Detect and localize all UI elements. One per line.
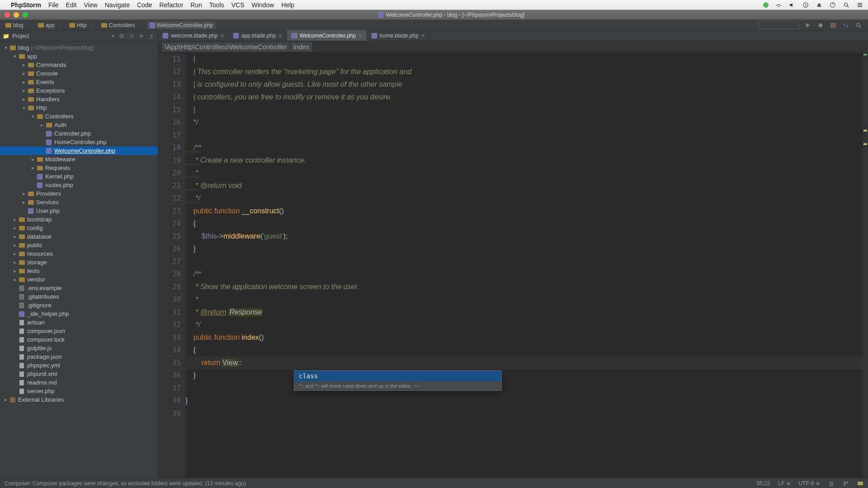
code-line[interactable]: * (185, 167, 868, 179)
tree-node[interactable]: ►tests (0, 267, 158, 275)
editor-viewport[interactable]: 1112131415161718192021222324252627282930… (158, 53, 868, 478)
tree-arrow-icon[interactable]: ► (22, 200, 26, 205)
tree-node[interactable]: WelcomeController.php (0, 146, 158, 155)
code-line[interactable]: public function __construct() (185, 205, 868, 217)
line-number[interactable]: 20 (158, 167, 185, 179)
tree-arrow-icon[interactable]: ► (13, 252, 17, 256)
error-stripe[interactable] (863, 53, 868, 478)
tree-node[interactable]: ►resources (0, 249, 158, 258)
line-gutter[interactable]: 1112131415161718192021222324252627282930… (158, 53, 185, 478)
power-icon[interactable] (829, 1, 836, 9)
tree-node[interactable]: ►Middleware (0, 155, 158, 164)
code-line[interactable] (185, 129, 868, 141)
tree-arrow-icon[interactable]: ► (22, 97, 26, 102)
tree-node[interactable]: ►storage (0, 258, 158, 267)
tree-arrow-icon[interactable]: ▼ (4, 46, 8, 50)
tree-node[interactable]: ▼blog(~/PhpstormProjects/blog) (0, 43, 158, 52)
caret-position[interactable]: 35:22 (756, 480, 770, 487)
file-encoding[interactable]: UTF-8 ≑ (799, 480, 820, 487)
tree-node[interactable]: ▼Http (0, 103, 158, 112)
tree-node[interactable]: ►Handlers (0, 95, 158, 103)
tree-arrow-icon[interactable]: ► (13, 235, 17, 239)
menu-item-edit[interactable]: Edit (66, 1, 76, 9)
tree-arrow-icon[interactable]: ► (13, 217, 17, 222)
volume-icon[interactable] (788, 1, 796, 9)
menu-item-code[interactable]: Code (137, 1, 152, 9)
debug-button[interactable] (816, 21, 825, 29)
code-line[interactable]: * Create a new controller instance. (185, 154, 868, 167)
tree-node[interactable]: .gitattributes (0, 292, 158, 301)
code-line[interactable]: | (185, 103, 868, 116)
memory-indicator-icon[interactable] (857, 480, 863, 487)
menu-item-run[interactable]: Run (190, 1, 202, 9)
autocomplete-item[interactable]: class (294, 371, 501, 381)
line-number[interactable]: 26 (158, 243, 185, 255)
autocomplete-more-link[interactable]: >> (414, 383, 420, 389)
menu-item-view[interactable]: View (84, 1, 98, 9)
menu-item-file[interactable]: File (48, 1, 59, 9)
code-line[interactable] (185, 407, 868, 420)
run-config-dropdown[interactable] (759, 21, 799, 29)
wifi-like-icon[interactable] (775, 1, 782, 9)
code-line[interactable]: /** (185, 268, 868, 281)
tree-node[interactable]: package.json (0, 352, 158, 361)
line-number[interactable]: 32 (158, 319, 185, 331)
code-body[interactable]: | | This controller renders the "marketi… (185, 53, 868, 420)
code-breadcrumb[interactable]: \App\Http\Controllers\WelcomeController … (158, 41, 868, 53)
search-everywhere-button[interactable] (854, 21, 863, 29)
code-line[interactable]: * @return Response (185, 306, 868, 319)
tree-node[interactable]: ▼app (0, 52, 158, 61)
line-number[interactable]: 22 (158, 192, 185, 205)
tree-arrow-icon[interactable]: ▼ (31, 114, 35, 119)
tree-node[interactable]: User.php (0, 206, 158, 215)
breadcrumb-blog[interactable]: blog (3, 21, 26, 29)
line-number[interactable]: 17 (158, 129, 185, 141)
tree-arrow-icon[interactable]: ► (22, 192, 26, 196)
code-line[interactable] (185, 255, 868, 268)
hide-panel-icon[interactable] (148, 33, 155, 40)
tree-node[interactable]: ▼Controllers (0, 112, 158, 121)
line-number[interactable]: 23 (158, 205, 185, 217)
autocomplete-popup[interactable]: class ^↓ and ^↑ will move caret down and… (294, 370, 502, 391)
menu-item-tools[interactable]: Tools (209, 1, 224, 9)
code-line[interactable]: */ (185, 319, 868, 331)
scroll-to-source-icon[interactable] (118, 33, 125, 40)
tree-arrow-icon[interactable]: ► (13, 269, 17, 273)
tree-node[interactable]: ►Requests (0, 164, 158, 172)
code-line[interactable]: * Show the application welcome screen to… (185, 281, 868, 293)
tree-node[interactable]: ►Exceptions (0, 86, 158, 95)
tree-arrow-icon[interactable]: ► (13, 226, 17, 230)
breadcrumb-http[interactable]: Http (66, 21, 90, 29)
tree-node[interactable]: composer.json (0, 327, 158, 335)
tab-close-icon[interactable]: × (421, 32, 425, 39)
code-breadcrumb-namespace[interactable]: \App\Http\Controllers\WelcomeController (162, 42, 290, 52)
code-line[interactable]: */ (185, 116, 868, 129)
tree-node[interactable]: Kernel.php (0, 172, 158, 181)
tree-arrow-icon[interactable]: ▼ (13, 54, 17, 59)
line-number[interactable]: 36 (158, 369, 185, 382)
menu-item-vcs[interactable]: VCS (231, 1, 245, 9)
collapse-all-icon[interactable] (128, 33, 135, 40)
tree-arrow-icon[interactable]: ► (13, 243, 17, 248)
tab-close-icon[interactable]: × (359, 32, 362, 39)
code-line[interactable]: * (185, 293, 868, 306)
tree-node[interactable]: ►Events (0, 78, 158, 86)
code-line[interactable]: | (185, 53, 868, 66)
tree-node[interactable]: readme.md (0, 378, 158, 387)
tree-arrow-icon[interactable]: ► (13, 260, 17, 265)
code-line[interactable]: | is configured to only allow guests. Li… (185, 78, 868, 91)
tree-arrow-icon[interactable]: ► (22, 80, 26, 84)
line-number[interactable]: 21 (158, 179, 185, 192)
tree-node[interactable]: .gitignore (0, 301, 158, 310)
tree-node[interactable]: phpunit.xml (0, 370, 158, 378)
tree-arrow-icon[interactable]: ► (22, 63, 26, 67)
line-number[interactable]: 33 (158, 331, 185, 344)
project-tree[interactable]: ▼blog(~/PhpstormProjects/blog)▼app►Comma… (0, 42, 158, 478)
code-line[interactable]: } (185, 394, 868, 407)
line-number[interactable]: 24 (158, 217, 185, 230)
tree-node[interactable]: composer.lock (0, 335, 158, 344)
line-number[interactable]: 12 (158, 66, 185, 78)
tree-node[interactable]: artisan (0, 318, 158, 327)
line-separator[interactable]: LF ≑ (778, 480, 790, 487)
code-line[interactable]: public function index() (185, 331, 868, 344)
